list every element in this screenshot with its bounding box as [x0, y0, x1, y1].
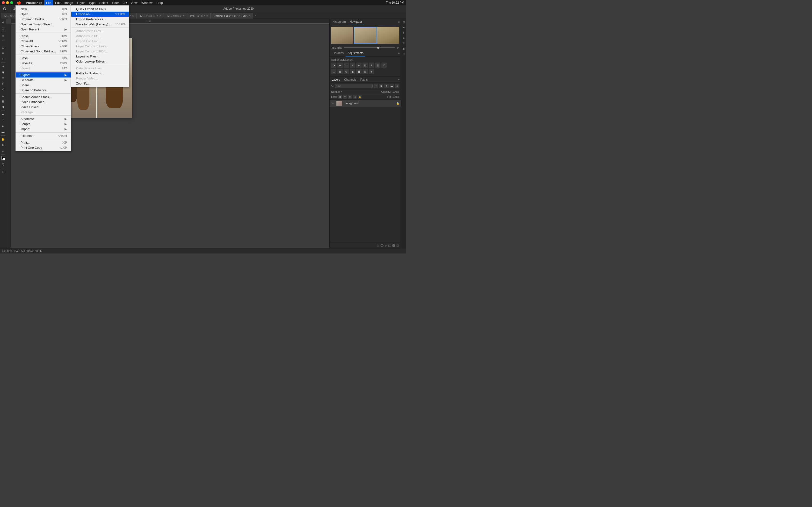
menu-share-behance[interactable]: Share on Behance... [16, 88, 71, 93]
artboard-tool[interactable]: ⬚ [0, 25, 6, 31]
menu-photoshop[interactable]: Photoshop [24, 0, 44, 5]
hsl-icon[interactable]: ▤ [362, 62, 368, 68]
menu-print-one-copy[interactable]: Print One Copy ⌥⌘P [16, 145, 71, 150]
add-adjustment-icon[interactable]: ⊕ [384, 244, 388, 247]
menu-view[interactable]: View [129, 0, 140, 5]
text-tool[interactable]: T [0, 118, 6, 123]
panel-icon-1[interactable]: ▤ [401, 20, 406, 24]
channel-mixer-icon[interactable]: ◫ [331, 69, 337, 74]
curves-icon[interactable]: 〜 [344, 62, 349, 68]
menu-generate[interactable]: Generate ▶ [16, 77, 71, 82]
quick-mask-tool[interactable]: ⬡ [0, 162, 6, 167]
artboards-to-files[interactable]: Artboards to Files... [71, 29, 129, 34]
color-balance-icon[interactable]: ⊕ [369, 62, 374, 68]
spot-heal-tool[interactable]: ◉ [0, 69, 6, 75]
maximize-button[interactable] [10, 1, 13, 4]
export-preferences[interactable]: Export Preferences... [71, 17, 129, 22]
menu-revert[interactable]: Revert F12 [16, 66, 71, 71]
render-video[interactable]: Render Video... [71, 76, 129, 81]
path-select-tool[interactable]: ▸ [0, 123, 6, 129]
background-color[interactable] [3, 158, 5, 160]
apple-menu[interactable]: 🍎 [17, 1, 21, 5]
bw-icon[interactable]: ▥ [375, 62, 380, 68]
zoom-tool-left[interactable]: ⌕ [0, 148, 6, 154]
color-lookup-tables[interactable]: Color Lookup Tables... [71, 59, 129, 64]
panel-icon-4[interactable]: ◈ [401, 36, 406, 40]
lock-image-icon[interactable]: ✏ [343, 95, 347, 99]
lock-artboard-icon[interactable]: ◫ [353, 95, 357, 99]
menu-close-go-bridge[interactable]: Close and Go to Bridge... ⇧⌘W [16, 49, 71, 54]
move-tool[interactable]: ⊹ [0, 20, 6, 25]
filter-smart-icon[interactable]: ◈ [395, 84, 399, 88]
panel-icon-2[interactable]: ▶ [401, 25, 406, 30]
menu-new[interactable]: New... ⌘N [16, 6, 71, 12]
tab-channels[interactable]: Channels [342, 77, 358, 82]
exposure-icon[interactable]: ☀ [350, 62, 355, 68]
fx-icon[interactable]: fx [376, 244, 380, 247]
menu-save[interactable]: Save ⌘S [16, 56, 71, 61]
adjustments-expand-icon[interactable]: ≡ [398, 52, 400, 55]
menu-file[interactable]: File [44, 0, 53, 5]
menu-scripts[interactable]: Scripts ▶ [16, 121, 71, 126]
crop-tool[interactable]: ⌗ [0, 50, 6, 56]
tab-libraries[interactable]: Libraries [331, 50, 346, 56]
vibrance-icon[interactable]: ◈ [356, 62, 361, 68]
menu-edit[interactable]: Edit [53, 0, 62, 5]
selective-color-icon[interactable]: ◈ [369, 69, 374, 74]
menu-package[interactable]: Package... [16, 110, 71, 115]
new-group-icon[interactable] [388, 244, 392, 247]
tab-paths[interactable]: Paths [358, 77, 370, 82]
frame-tool[interactable]: ⊡ [0, 56, 6, 62]
tab-overflow[interactable]: » [254, 14, 257, 17]
menu-export[interactable]: Export ▶ [16, 72, 71, 77]
eyedropper-tool[interactable]: ✦ [0, 64, 6, 69]
paths-to-illustrator[interactable]: Paths to Illustrator... [71, 71, 129, 76]
layer-visibility-icon[interactable]: 👁 [331, 101, 335, 105]
screen-mode-tool[interactable]: ⊟ [0, 169, 6, 175]
shape-tool[interactable]: ▬ [0, 129, 6, 134]
menu-share[interactable]: Share... [16, 82, 71, 88]
tab-navigator[interactable]: Navigator [348, 19, 364, 25]
menu-select[interactable]: Select [97, 0, 110, 5]
tab-untitled4[interactable]: Untitled-4 @ 261% (RGB/8*) ✕ [211, 13, 253, 18]
layer-comps-to-pdf[interactable]: Layer Comps to PDF... [71, 49, 129, 54]
tab-img9199[interactable]: IMG_9199-2 ✕ [164, 13, 187, 18]
export-quick-png[interactable]: Quick Export as PNG [71, 6, 129, 12]
menu-open-recent[interactable]: Open Recent ▶ [16, 27, 71, 32]
foreground-color[interactable] [1, 156, 5, 160]
opacity-value[interactable]: 100% [393, 90, 399, 93]
object-select-tool[interactable]: ◻ [0, 45, 6, 50]
menu-open[interactable]: Open... ⌘O [16, 12, 71, 17]
filter-adj-icon[interactable]: ◑ [379, 84, 383, 88]
new-layer-icon[interactable] [392, 244, 395, 247]
menu-import[interactable]: Import ▶ [16, 126, 71, 131]
tab-adjustments[interactable]: Adjustments [346, 50, 365, 56]
filter-type-icon[interactable]: T [384, 84, 389, 88]
panel-icon-5[interactable]: ⊡ [401, 41, 406, 45]
minimize-button[interactable] [6, 1, 9, 4]
menu-window[interactable]: Window [140, 0, 154, 5]
menu-close-all[interactable]: Close All ⌥⌘W [16, 39, 71, 44]
close-button[interactable] [2, 1, 5, 4]
menu-search-stock[interactable]: Search Adobe Stock... [16, 95, 71, 100]
menu-help[interactable]: Help [154, 0, 165, 5]
tab-histogram[interactable]: Histogram [331, 19, 348, 25]
menu-layer[interactable]: Layer [75, 0, 87, 5]
layer-row-background[interactable]: 👁 Background 🔒 [329, 100, 401, 107]
threshold-icon[interactable]: ⬤ [356, 69, 361, 74]
tab-img9268[interactable]: IMG_9268-2 ✕ [188, 13, 211, 18]
status-arrow[interactable]: ▶ [40, 249, 42, 252]
menu-browse-bridge[interactable]: Browse in Bridge... ⌥⌘O [16, 17, 71, 22]
lock-transparent-icon[interactable]: ▦ [338, 95, 342, 99]
artboards-to-pdf[interactable]: Artboards to PDF... [71, 34, 129, 39]
filter-pixel-icon[interactable]: ⬚ [373, 84, 378, 88]
lasso-tool[interactable]: ⌒ [0, 39, 6, 44]
zoom-handle[interactable] [377, 47, 379, 49]
color-lookup-icon[interactable]: ▩ [337, 69, 343, 74]
data-sets-as-files[interactable]: Data Sets as Files... [71, 66, 129, 71]
menu-print[interactable]: Print... ⌘P [16, 140, 71, 145]
delete-layer-icon[interactable] [396, 244, 399, 247]
menu-save-as[interactable]: Save As... ⇧⌘S [16, 61, 71, 66]
rotate-view-tool[interactable]: ↻ [0, 143, 6, 148]
zoom-slider[interactable] [344, 47, 395, 48]
